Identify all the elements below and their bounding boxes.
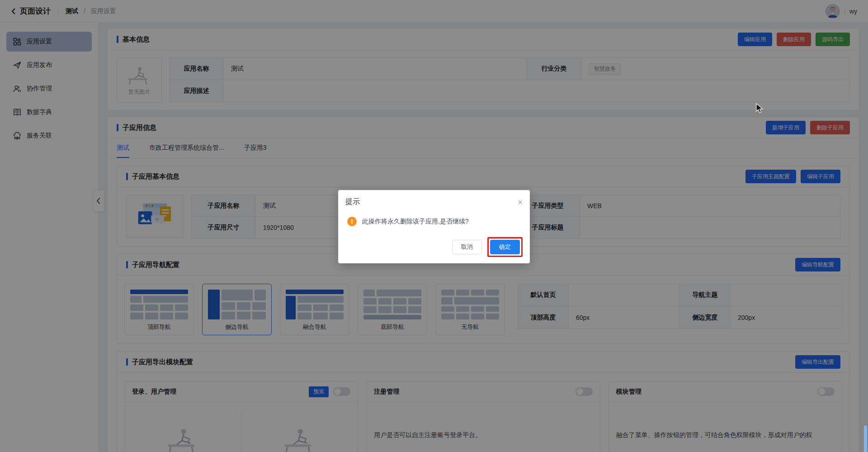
confirm-button[interactable]: 确定 [490, 240, 520, 254]
confirm-dialog: 提示 × ! 此操作将永久删除该子应用,是否继续? 取消 确定 [338, 190, 530, 263]
dialog-title: 提示 [345, 197, 360, 207]
cancel-button[interactable]: 取消 [452, 240, 482, 254]
confirm-highlight-annotation: 确定 [487, 237, 523, 257]
warning-icon: ! [347, 217, 357, 226]
vertical-scrollbar-thumb[interactable] [864, 425, 867, 452]
dialog-message: 此操作将永久删除该子应用,是否继续? [362, 218, 469, 226]
close-icon[interactable]: × [518, 198, 523, 206]
